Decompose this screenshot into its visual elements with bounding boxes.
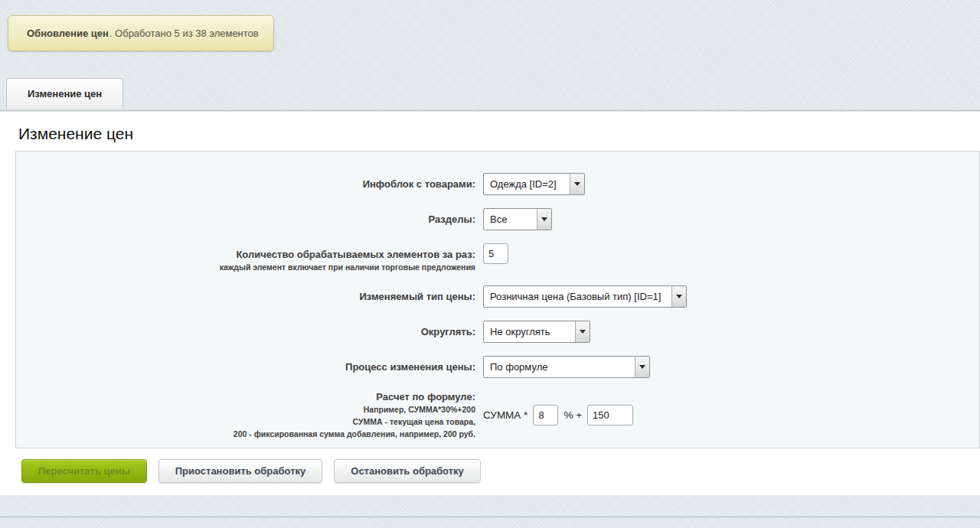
form-row-batch: Количество обрабатываемых элементов за р… — [16, 243, 979, 272]
infoblock-select-value: Одежда [ID=2] — [484, 178, 563, 190]
formula-note-sum: СУММА - текущая цена товара, — [16, 416, 475, 427]
price-change-form: Инфоблок с товарами: Одежда [ID=2] Разде… — [15, 151, 980, 448]
notification-message: . Обработано 5 из 38 элементов — [109, 28, 259, 39]
chevron-down-icon — [635, 357, 649, 377]
formula-label-block: Расчет по формуле: Например, СУММА*30%+2… — [16, 391, 475, 439]
chevron-down-icon — [671, 286, 686, 307]
rounding-select[interactable]: Не округлять — [483, 321, 590, 343]
price-type-select[interactable]: Розничная цена (Базовый тип) [ID=1] — [483, 285, 687, 308]
sections-select[interactable]: Все — [483, 208, 552, 230]
footer-divider — [0, 517, 980, 517]
form-buttons: Пересчитать цены Приостановить обработку… — [21, 459, 980, 483]
form-row-price-type: Изменяемый тип цены: Розничная цена (Баз… — [16, 285, 979, 308]
batch-label: Количество обрабатываемых элементов за р… — [236, 249, 475, 260]
batch-note: каждый элемент включает при наличии торг… — [16, 262, 475, 272]
infoblock-select[interactable]: Одежда [ID=2] — [483, 173, 585, 195]
page-footer-area — [0, 495, 980, 528]
content-sheet: Изменение цен Инфоблок с товарами: Одежд… — [0, 112, 980, 495]
form-row-formula: Расчет по формуле: Например, СУММА*30%+2… — [16, 391, 979, 439]
rounding-select-value: Не округлять — [484, 326, 557, 337]
notification-title: Обновление цен — [27, 28, 109, 39]
formula-prefix: СУММА * — [483, 409, 528, 421]
chevron-down-icon — [537, 209, 551, 230]
sections-label: Разделы: — [16, 208, 475, 230]
price-type-label: Изменяемый тип цены: — [16, 285, 475, 308]
infoblock-label: Инфоблок с товарами: — [16, 173, 475, 195]
formula-percent-input[interactable] — [533, 405, 558, 425]
notification-title-bold: Обновление цен — [27, 28, 109, 39]
sections-select-value: Все — [484, 213, 513, 225]
process-select-value: По формуле — [484, 361, 554, 373]
price-type-select-value: Розничная цена (Базовый тип) [ID=1] — [484, 291, 667, 302]
process-select[interactable]: По формуле — [483, 356, 650, 378]
progress-notification: Обновление цен. Обработано 5 из 38 элеме… — [8, 15, 274, 51]
formula-middle: % + — [564, 409, 582, 421]
form-row-process: Процесс изменения цены: По формуле — [16, 356, 979, 378]
formula-note-example: Например, СУММА*30%+200 — [16, 404, 475, 415]
form-row-infoblock: Инфоблок с товарами: Одежда [ID=2] — [16, 173, 979, 195]
formula-add-input[interactable] — [587, 405, 633, 425]
stop-processing-button[interactable]: Остановить обработку — [334, 459, 481, 483]
rounding-label: Округлять: — [16, 321, 475, 343]
formula-label: Расчет по формуле: — [376, 391, 475, 403]
page-title: Изменение цен — [0, 112, 980, 144]
tab-price-change[interactable]: Изменение цен — [6, 78, 123, 109]
tab-bar: Изменение цен — [0, 78, 980, 109]
batch-size-input[interactable] — [483, 243, 508, 264]
formula-note-fixed: 200 - фиксированная сумма добавления, на… — [16, 429, 475, 439]
pause-processing-button[interactable]: Приостановить обработку — [158, 459, 323, 483]
chevron-down-icon — [575, 321, 590, 342]
form-row-sections: Разделы: Все — [16, 208, 979, 230]
recalculate-prices-button[interactable]: Пересчитать цены — [21, 459, 147, 483]
form-row-rounding: Округлять: Не округлять — [16, 321, 979, 343]
chevron-down-icon — [570, 174, 584, 194]
batch-label-block: Количество обрабатываемых элементов за р… — [16, 243, 475, 272]
tab-label: Изменение цен — [28, 88, 102, 99]
process-label: Процесс изменения цены: — [16, 356, 475, 378]
